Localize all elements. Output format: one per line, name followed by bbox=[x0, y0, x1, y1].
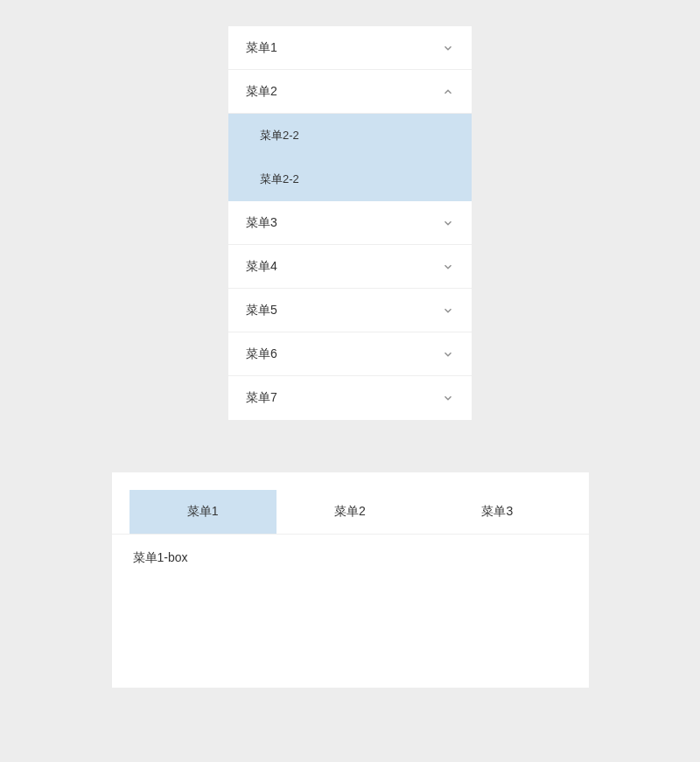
accordion-item-7: 菜单7 bbox=[228, 376, 472, 420]
tab-label: 菜单2 bbox=[334, 504, 366, 520]
tab-bar: 菜单1 菜单2 菜单3 bbox=[112, 490, 589, 535]
submenu-item[interactable]: 菜单2-2 bbox=[228, 114, 472, 157]
chevron-down-icon bbox=[442, 304, 454, 317]
accordion-header-7[interactable]: 菜单7 bbox=[228, 376, 472, 420]
accordion-header-4[interactable]: 菜单4 bbox=[228, 245, 472, 289]
accordion-label: 菜单1 bbox=[246, 40, 277, 56]
submenu-label: 菜单2-2 bbox=[260, 128, 299, 143]
tab-1[interactable]: 菜单1 bbox=[130, 490, 276, 534]
chevron-down-icon bbox=[442, 392, 454, 404]
submenu-label: 菜单2-2 bbox=[260, 171, 299, 187]
chevron-up-icon bbox=[442, 86, 454, 98]
tab-label: 菜单1 bbox=[187, 504, 219, 520]
tab-2[interactable]: 菜单2 bbox=[276, 490, 424, 534]
tab-label: 菜单3 bbox=[481, 504, 513, 520]
tab-panel-text: 菜单1-box bbox=[133, 550, 188, 564]
accordion-label: 菜单2 bbox=[246, 84, 277, 100]
accordion-header-5[interactable]: 菜单5 bbox=[228, 289, 472, 332]
accordion-menu: 菜单1 菜单2 菜单2-2 菜单2-2 菜单3 菜单4 菜单5 bbox=[228, 26, 472, 420]
chevron-down-icon bbox=[442, 348, 454, 360]
accordion-submenu-2: 菜单2-2 菜单2-2 bbox=[228, 114, 472, 201]
accordion-header-3[interactable]: 菜单3 bbox=[228, 201, 472, 245]
tab-container: 菜单1 菜单2 菜单3 菜单1-box bbox=[112, 472, 589, 688]
tab-3[interactable]: 菜单3 bbox=[424, 490, 570, 534]
accordion-item-4: 菜单4 bbox=[228, 245, 472, 289]
accordion-item-3: 菜单3 bbox=[228, 201, 472, 245]
accordion-label: 菜单3 bbox=[246, 215, 277, 231]
chevron-down-icon bbox=[442, 42, 454, 54]
accordion-header-1[interactable]: 菜单1 bbox=[228, 26, 472, 70]
accordion-item-2: 菜单2 菜单2-2 菜单2-2 bbox=[228, 70, 472, 201]
accordion-label: 菜单4 bbox=[246, 259, 277, 275]
accordion-header-2[interactable]: 菜单2 bbox=[228, 70, 472, 114]
chevron-down-icon bbox=[442, 217, 454, 229]
accordion-label: 菜单6 bbox=[246, 346, 277, 362]
accordion-item-6: 菜单6 bbox=[228, 332, 472, 376]
submenu-item[interactable]: 菜单2-2 bbox=[228, 157, 472, 201]
accordion-item-1: 菜单1 bbox=[228, 26, 472, 70]
accordion-label: 菜单7 bbox=[246, 390, 277, 406]
tab-panel: 菜单1-box bbox=[112, 535, 589, 688]
accordion-header-6[interactable]: 菜单6 bbox=[228, 332, 472, 376]
accordion-label: 菜单5 bbox=[246, 303, 277, 318]
accordion-item-5: 菜单5 bbox=[228, 289, 472, 332]
chevron-down-icon bbox=[442, 261, 454, 273]
